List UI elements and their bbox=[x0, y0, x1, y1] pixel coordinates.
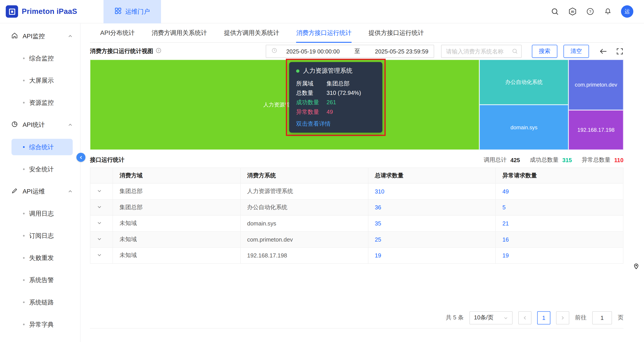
treemap-cell-label: com.primeton.dev bbox=[575, 82, 617, 88]
toolbar: 消费方接口运行统计视图 ? 2025-05-19 00:00:00 至 2025… bbox=[90, 43, 624, 60]
jump-prefix: 前往 bbox=[575, 314, 586, 322]
sidebar-section-label: API监控 bbox=[22, 32, 45, 40]
treemap-cell-ip-192-168-17-198[interactable]: 192.168.17.198 bbox=[568, 110, 624, 150]
sidebar-section-api-monitor[interactable]: API监控 bbox=[0, 25, 80, 47]
total-requests-link[interactable]: 19 bbox=[375, 252, 381, 258]
tab-provider-call-relation[interactable]: 提供方调用关系统计 bbox=[224, 24, 280, 42]
next-page-button[interactable] bbox=[556, 311, 569, 324]
tab-api-distribution[interactable]: API分布统计 bbox=[100, 24, 135, 42]
user-avatar[interactable]: 运 bbox=[621, 5, 633, 18]
page-jump-input[interactable] bbox=[592, 311, 612, 324]
table-row: 未知域 domain.sys 35 21 bbox=[90, 216, 623, 232]
grid-icon bbox=[114, 8, 122, 16]
col-consumer-system: 消费方系统 bbox=[240, 168, 368, 184]
back-arrow-icon[interactable] bbox=[599, 47, 608, 55]
total-requests-link[interactable]: 35 bbox=[375, 220, 381, 226]
main-content: API分布统计 消费方调用关系统计 提供方调用关系统计 消费方接口运行统计 提供… bbox=[80, 24, 644, 342]
sidebar-section-label: API运维 bbox=[22, 188, 45, 195]
bell-icon[interactable] bbox=[603, 7, 612, 16]
expand-row-icon[interactable] bbox=[97, 220, 102, 226]
info-icon[interactable]: ? bbox=[156, 48, 162, 54]
search-button[interactable]: 搜索 bbox=[532, 44, 558, 58]
sidebar-item-label: 失败重发 bbox=[29, 254, 54, 262]
total-requests-link[interactable]: 36 bbox=[375, 204, 381, 211]
tab-provider-api-run-stats[interactable]: 提供方接口运行统计 bbox=[368, 24, 424, 42]
bullet-icon bbox=[23, 213, 24, 214]
sidebar-item-label: 订阅日志 bbox=[29, 232, 54, 240]
clear-button[interactable]: 清空 bbox=[564, 44, 589, 58]
fullscreen-icon[interactable] bbox=[616, 48, 624, 55]
summary-bar: 接口运行统计 调用总计425 成功总数量315 异常总数量110 bbox=[90, 154, 624, 166]
tooltip-row-error: 异常数量49 bbox=[296, 107, 375, 116]
treemap-cell-hr-system[interactable]: 人力资源管理系统 bbox=[90, 60, 479, 150]
help-icon[interactable]: ? bbox=[586, 7, 594, 16]
page-size-select[interactable]: 10条/页 bbox=[470, 311, 513, 324]
bullet-icon bbox=[23, 279, 24, 281]
sidebar-item-label: 大屏展示 bbox=[29, 76, 54, 84]
tab-consumer-api-run-stats[interactable]: 消费方接口运行统计 bbox=[296, 24, 352, 42]
tooltip-title: 人力资源管理系统 bbox=[296, 67, 375, 75]
treemap-tooltip: 人力资源管理系统 所属域集团总部 总数量310 (72.94%) 成功数量261… bbox=[289, 62, 382, 133]
sidebar-collapse-toggle[interactable] bbox=[76, 153, 86, 162]
col-total-requests: 总请求数量 bbox=[368, 168, 496, 184]
sidebar-item-label: 综合统计 bbox=[29, 143, 54, 151]
sidebar-section-api-ops[interactable]: API运维 bbox=[0, 180, 80, 202]
location-pin-icon[interactable] bbox=[633, 263, 639, 272]
treemap-cell-label: domain.sys bbox=[510, 124, 538, 130]
sidebar-item-failure-retry[interactable]: 失败重发 bbox=[0, 247, 80, 269]
error-requests-link[interactable]: 49 bbox=[502, 188, 509, 194]
date-separator: 至 bbox=[354, 48, 360, 55]
bullet-icon bbox=[23, 168, 24, 170]
table-row: 集团总部 办公自动化系统 36 5 bbox=[90, 199, 623, 216]
view-title: 消费方接口运行统计视图 ? bbox=[90, 48, 161, 55]
app-window: Primeton iPaaS 运维门户 AI ? 运 bbox=[0, 0, 644, 342]
sidebar-item-system-alerts[interactable]: 系统告警 bbox=[0, 269, 80, 291]
primeton-logo-icon bbox=[6, 5, 18, 18]
expand-row-icon[interactable] bbox=[97, 188, 102, 194]
sidebar-item-overview-stats[interactable]: 综合统计 bbox=[0, 136, 80, 158]
total-requests-link[interactable]: 310 bbox=[375, 188, 384, 194]
table-row: 未知域 192.168.17.198 19 19 bbox=[90, 248, 623, 264]
sidebar-item-label: 资源监控 bbox=[29, 99, 54, 107]
sidebar-item-label: 系统链路 bbox=[29, 298, 54, 306]
current-page-button[interactable]: 1 bbox=[537, 311, 550, 324]
table-row: 未知域 com.primeton.dev 25 16 bbox=[90, 232, 623, 248]
pagination-total: 共 5 条 bbox=[446, 314, 464, 322]
expand-row-icon[interactable] bbox=[97, 252, 102, 258]
portal-tab-ops[interactable]: 运维门户 bbox=[103, 0, 161, 23]
tab-consumer-call-relation[interactable]: 消费方调用关系统计 bbox=[152, 24, 207, 42]
error-requests-link[interactable]: 19 bbox=[502, 252, 509, 258]
tooltip-row: 总数量310 (72.94%) bbox=[296, 88, 375, 98]
treemap-cell-domain-sys[interactable]: domain.sys bbox=[479, 105, 568, 150]
stats-table: 消费方域 消费方系统 总请求数量 异常请求数量 集团总部 人力资源管理系统 31… bbox=[90, 168, 624, 264]
sidebar-item-subscribe-logs[interactable]: 订阅日志 bbox=[0, 224, 80, 247]
error-requests-link[interactable]: 21 bbox=[502, 220, 509, 226]
expand-row-icon[interactable] bbox=[97, 204, 102, 209]
error-requests-link[interactable]: 5 bbox=[502, 204, 506, 211]
date-range-picker[interactable]: 2025-05-19 00:00:00 至 2025-05-25 23:59:5… bbox=[266, 44, 434, 58]
table-header-row: 消费方域 消费方系统 总请求数量 异常请求数量 bbox=[90, 168, 623, 184]
sidebar-item-resource-monitor[interactable]: 资源监控 bbox=[0, 92, 80, 114]
error-requests-link[interactable]: 16 bbox=[502, 236, 509, 243]
sidebar-item-system-trace[interactable]: 系统链路 bbox=[0, 291, 80, 313]
ai-assistant-icon[interactable]: AI bbox=[568, 7, 577, 16]
treemap-cell-office-automation[interactable]: 办公自动化系统 bbox=[479, 60, 568, 105]
sidebar: API监控 综合监控 大屏展示 资源监控 API统计 综合统计 安全统计 API… bbox=[0, 24, 80, 342]
portal-tab-label: 运维门户 bbox=[125, 8, 150, 16]
treemap-cell-com-primeton-dev[interactable]: com.primeton.dev bbox=[568, 60, 624, 110]
prev-page-button[interactable] bbox=[518, 311, 532, 324]
sidebar-item-call-logs[interactable]: 调用日志 bbox=[0, 202, 80, 224]
sidebar-item-security-stats[interactable]: 安全统计 bbox=[0, 158, 80, 180]
clock-icon bbox=[272, 48, 277, 54]
sidebar-item-screen-display[interactable]: 大屏展示 bbox=[0, 69, 80, 92]
sidebar-item-error-dict[interactable]: 异常字典 bbox=[0, 313, 80, 336]
sidebar-item-overview-monitor[interactable]: 综合监控 bbox=[0, 47, 80, 69]
svg-text:?: ? bbox=[158, 49, 160, 52]
expand-row-icon[interactable] bbox=[97, 237, 102, 242]
home-icon bbox=[11, 32, 18, 40]
search-icon[interactable] bbox=[550, 7, 559, 16]
sidebar-section-api-stats[interactable]: API统计 bbox=[0, 114, 80, 136]
total-requests-link[interactable]: 25 bbox=[375, 236, 381, 243]
tab-bar: API分布统计 消费方调用关系统计 提供方调用关系统计 消费方接口运行统计 提供… bbox=[90, 24, 624, 43]
search-input[interactable] bbox=[441, 44, 522, 58]
